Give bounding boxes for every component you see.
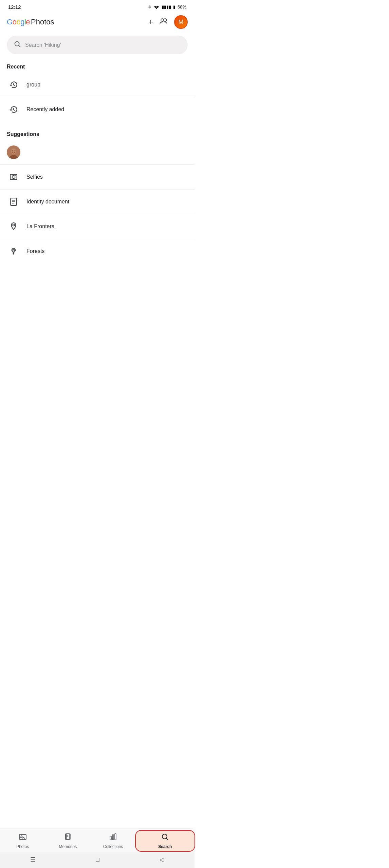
- wifi-icon: [153, 5, 160, 9]
- svg-point-0: [161, 19, 164, 21]
- svg-point-9: [15, 152, 16, 152]
- person-avatar: [7, 145, 20, 159]
- recent-item-label: Recently added: [26, 106, 64, 113]
- location-icon: [7, 220, 20, 233]
- header-actions: + M: [148, 15, 188, 29]
- add-button[interactable]: +: [148, 17, 153, 27]
- suggestion-document-label: Identity document: [26, 199, 69, 205]
- recent-list: group Recently added: [0, 73, 194, 122]
- battery-percent: 68%: [178, 4, 186, 9]
- history-icon: [7, 78, 20, 92]
- suggestion-forests-label: Forests: [26, 248, 44, 254]
- status-bar: 12:12 ⚛ ▮▮▮▮ ▮ 68%: [0, 0, 194, 13]
- list-item[interactable]: Identity document: [0, 190, 194, 214]
- list-item[interactable]: [0, 140, 194, 165]
- status-icons: ⚛ ▮▮▮▮ ▮ 68%: [147, 4, 186, 9]
- bluetooth-icon: ⚛: [147, 4, 151, 9]
- photos-logo-text: Photos: [31, 18, 54, 26]
- recent-item-label: group: [26, 82, 40, 88]
- svg-point-7: [15, 151, 16, 152]
- google-logo-text: Google: [7, 18, 30, 26]
- nature-icon: [7, 244, 20, 258]
- avatar[interactable]: M: [174, 15, 188, 29]
- svg-point-11: [12, 176, 15, 179]
- suggestion-selfies-label: Selfies: [26, 174, 43, 180]
- battery-icon: ▮: [173, 4, 175, 9]
- signal-icon: ▮▮▮▮: [162, 4, 171, 9]
- list-item[interactable]: group: [0, 73, 194, 97]
- svg-point-8: [11, 152, 13, 152]
- suggestions-section-header: Suggestions: [0, 127, 194, 140]
- app-header: Google Photos + M: [0, 13, 194, 33]
- svg-point-1: [164, 19, 166, 21]
- search-bar[interactable]: Search 'Hiking': [7, 36, 188, 54]
- shared-button[interactable]: [159, 17, 168, 27]
- list-item[interactable]: Selfies: [0, 165, 194, 190]
- svg-point-12: [15, 175, 16, 176]
- recent-section-header: Recent: [0, 60, 194, 73]
- svg-point-6: [12, 151, 13, 152]
- list-item[interactable]: La Frontera: [0, 214, 194, 239]
- search-icon: [14, 40, 21, 50]
- suggestions-list: Selfies Identity document La Frontera: [0, 140, 194, 263]
- list-item[interactable]: Forests: [0, 239, 194, 263]
- search-placeholder-text: Search 'Hiking': [25, 42, 61, 48]
- selfie-icon: [7, 170, 20, 184]
- search-bar-container: Search 'Hiking': [0, 33, 194, 60]
- suggestion-location-label: La Frontera: [26, 223, 55, 230]
- history-icon: [7, 103, 20, 116]
- document-icon: [7, 195, 20, 209]
- svg-point-17: [13, 224, 14, 226]
- status-time: 12:12: [8, 4, 21, 10]
- list-item[interactable]: Recently added: [0, 97, 194, 122]
- app-logo: Google Photos: [7, 18, 148, 26]
